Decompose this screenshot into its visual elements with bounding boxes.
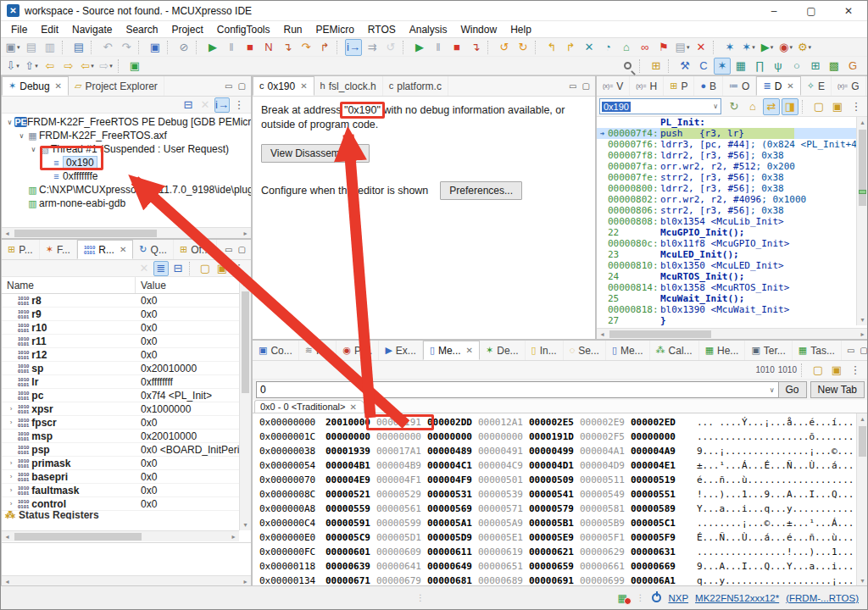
disasm-instruction-line[interactable]: 00000800:ldrr2, [r3, #56]; 0x38 [597, 183, 856, 194]
memory-cell[interactable]: 00000629 [580, 546, 631, 557]
view-menu-icon[interactable]: ⋮ [848, 98, 865, 115]
memory-row[interactable]: 0x0000008C000005210000052900000531000005… [259, 487, 856, 502]
restart-icon[interactable]: ↺ [496, 39, 513, 56]
memory-cell[interactable]: 00000541 [529, 489, 580, 500]
disassembly-tab-globals-view[interactable]: (x)=G [832, 76, 866, 96]
chevron-collapsed-icon[interactable]: › [7, 405, 15, 413]
register-row[interactable]: ›1010 0101faultmask0x0 [2, 484, 251, 497]
memory-cell[interactable]: 00000491 [478, 446, 529, 457]
register-row[interactable]: 1010 0101r110x0 [2, 335, 251, 348]
debug-tab-project-explorer[interactable]: ▱Project Explorer [69, 76, 164, 96]
scroll-down-icon[interactable]: ▾ [240, 519, 251, 530]
memory-address-input[interactable] [256, 381, 785, 398]
memory-cell[interactable]: 00000649 [427, 561, 478, 572]
memory-cell[interactable]: 00000549 [580, 489, 631, 500]
memory-vscrollbar[interactable]: ▴ ▾ [856, 413, 868, 586]
memory-cell[interactable]: 00000591 [326, 518, 376, 529]
memory-cell[interactable]: 000004B1 [326, 460, 376, 471]
memory-cell[interactable]: 00000000 [631, 431, 682, 442]
open-console-icon[interactable]: ▣ [147, 39, 164, 56]
collapse-all-icon[interactable]: ⊟ [170, 261, 186, 276]
undo-icon[interactable]: ↶ [99, 39, 116, 56]
open-perspective-icon[interactable]: ⊞ [648, 58, 665, 75]
register-row[interactable]: 1010 0101r120x0 [2, 348, 251, 362]
profile-icon[interactable]: ◉▾ [777, 39, 794, 56]
register-row[interactable]: 1010 0101r90x0 [2, 308, 251, 321]
close-icon[interactable]: ✕ [300, 81, 307, 91]
memory-row[interactable]: 0x000000E0000005C9000005D1000005D9000005… [259, 530, 856, 545]
program-flash-icon[interactable]: ▤▾ [674, 39, 691, 56]
chevron-collapsed-icon[interactable]: › [7, 459, 15, 467]
disassembly-vscrollbar[interactable]: ▴ ▾ [856, 117, 868, 325]
memory-cell[interactable]: 00000539 [478, 489, 529, 500]
menu-configtools[interactable]: ConfigTools [210, 22, 277, 37]
new-view-icon[interactable]: ▢ [810, 98, 827, 115]
step-out-caller-icon[interactable]: ↰ [543, 39, 560, 56]
bottom-tab-console-view[interactable]: ▣Co... [253, 341, 299, 360]
memory-cell[interactable]: 000004B9 [376, 460, 427, 471]
registers-tab-peripherals-view[interactable]: ⊞P... [2, 240, 40, 259]
memory-cell[interactable]: 000005E1 [478, 532, 529, 543]
terminate-remove-icon[interactable]: ✕ [693, 39, 709, 56]
refresh-view-icon[interactable]: ↻ [726, 98, 743, 115]
memory-row[interactable]: 0x0000001C000000000000000000000000000000… [259, 430, 856, 444]
bottom-tab-call-hierarchy-view[interactable]: ⁂Cal... [650, 341, 699, 360]
editor-tab-c-file[interactable]: cplatform.c [383, 76, 448, 96]
bottom-tab-memory-browser-view[interactable]: ▯Me... [606, 341, 650, 360]
registers-perspective-icon[interactable]: ⊞ [807, 58, 824, 75]
register-row[interactable]: ›1010 0101control0x0 [2, 497, 251, 511]
maximize-view-icon[interactable]: ▢ [860, 346, 867, 355]
memory-cell[interactable]: 00001939 [326, 446, 376, 457]
memory-row[interactable]: 0x0000003800001939000017A100000489000004… [259, 444, 856, 458]
debug-tree-item[interactable]: ∨▦FRDM-K22F_FreeRTOS.axf [2, 129, 251, 142]
memory-cell[interactable]: 00000599 [376, 518, 427, 529]
view-menu-icon[interactable]: ⋮ [847, 362, 864, 379]
memory-row[interactable]: 0x000000A8000005590000056100000569000005… [259, 502, 856, 516]
register-row[interactable]: 1010 0101r100x0 [2, 321, 251, 335]
new-view-icon[interactable]: ▢ [198, 261, 213, 276]
disassembly-hscrollbar[interactable]: ◂ ▸ [597, 328, 868, 339]
disasm-label-line[interactable]: PL_Init: [597, 117, 856, 128]
disassembly-tab-breakpoints-view[interactable]: ●B [694, 76, 723, 96]
register-row[interactable]: 1010 0101pc0x7f4 <PL_Init> [2, 389, 251, 402]
step-return-icon[interactable]: ↱ [316, 39, 333, 56]
register-row[interactable]: ›1010 0101xpsr0x1000000 [2, 402, 251, 416]
disassembly-tab-heap-view[interactable]: (x)=H [630, 76, 664, 96]
home-icon[interactable]: ⌂ [618, 39, 635, 56]
registers-hscrollbar[interactable]: ◂ ▸ [2, 530, 239, 541]
trace-perspective-icon[interactable]: ∏ [751, 58, 768, 75]
memory-row[interactable]: 0x000000FC000006010000060900000611000006… [259, 545, 856, 559]
editor-tab-header-file[interactable]: hfsl_clock.h [314, 76, 383, 96]
disasm-source-line[interactable]: 24McuRTOS_Init(); [597, 271, 856, 282]
debug-tree-item[interactable]: ≡0x190 [2, 156, 251, 169]
memory-cell[interactable]: 00000531 [427, 489, 478, 500]
memory-cell[interactable]: 000004A1 [580, 446, 631, 457]
memory-cell[interactable]: 00000561 [376, 503, 427, 514]
close-icon[interactable]: ✕ [120, 245, 126, 254]
maximize-view-icon[interactable]: ▢ [238, 81, 246, 91]
disconnect-icon[interactable]: N [260, 39, 277, 56]
minimize-view-icon[interactable]: ▭ [225, 245, 232, 254]
memory-cell[interactable]: 000004E1 [631, 460, 682, 471]
menu-run[interactable]: Run [277, 22, 309, 37]
close-icon[interactable]: ✕ [349, 402, 356, 412]
scroll-left-icon[interactable]: ◂ [597, 329, 608, 340]
menu-search[interactable]: Search [119, 22, 164, 37]
git-perspective-icon[interactable]: G [844, 58, 861, 75]
maximize-view-icon[interactable]: ▢ [582, 81, 590, 91]
bottom-tab-executables-view[interactable]: ▶Ex... [379, 341, 422, 360]
memory-row[interactable]: 0x000000C40000059100000599000005A1000005… [259, 516, 856, 530]
disassembly-tab-expressions-view[interactable]: ✧E [801, 76, 832, 96]
memory-hex-grid[interactable]: 0x000000002001000000000191000002DD000012… [253, 413, 856, 586]
terminate-all-icon[interactable]: ■ [448, 39, 465, 56]
disasm-instruction-line[interactable]: 000007fe:strr2, [r3, #56]; 0x38 [597, 172, 856, 183]
secure-perspective-icon[interactable]: ○ [788, 58, 805, 75]
memory-row[interactable]: 0x00000054000004B1000004B9000004C1000004… [259, 458, 856, 473]
memory-cell[interactable]: 00000559 [326, 503, 376, 514]
image-info-icon[interactable]: ▩ [826, 58, 843, 75]
bottom-tab-problems-view[interactable]: ◉Pr... [337, 341, 379, 360]
back-icon[interactable]: ⇦ [42, 58, 58, 75]
step-in-callee-icon[interactable]: ↱ [562, 39, 579, 56]
scroll-up-icon[interactable]: ▴ [240, 279, 251, 290]
resume-all-icon[interactable]: ▶ [411, 39, 428, 56]
